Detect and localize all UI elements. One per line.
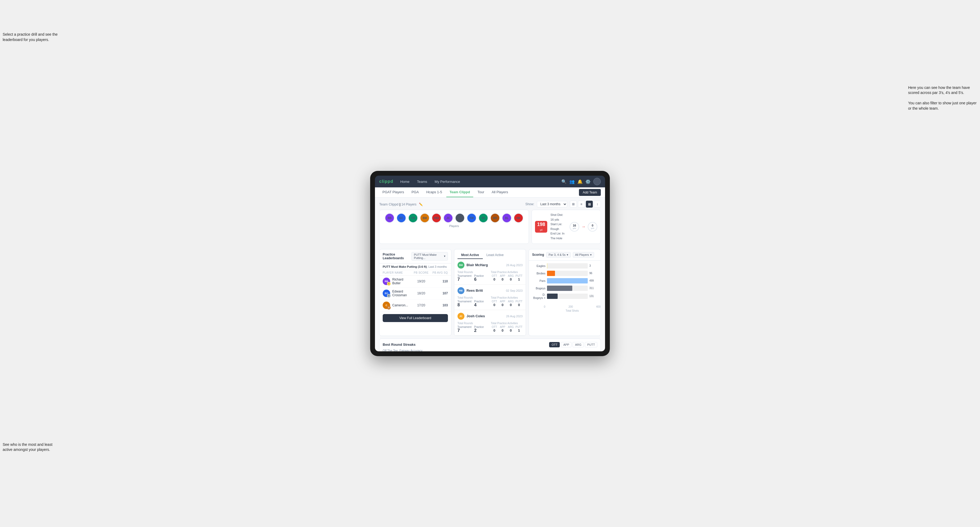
tablet-screen: clippd Home Teams My Performance 🔍 👥 🔔 ⚙…: [375, 176, 605, 351]
scoring-card: Scoring Par 3, 4 & 5s ▾ All Players ▾ Ea…: [529, 249, 601, 336]
subnav-hcaps[interactable]: Hcaps 1-5: [423, 187, 445, 197]
lb-row[interactable]: C 3 Cameron... 17/20 103: [379, 300, 451, 311]
bar-row: Eagles 3: [532, 263, 597, 268]
show-period-select[interactable]: Last 3 months Last 6 months This year: [537, 201, 567, 207]
team-controls: Show: Last 3 months Last 6 months This y…: [525, 201, 601, 208]
chevron-down-icon: ▾: [444, 254, 445, 258]
player-avatar-12[interactable]: HK: [514, 213, 523, 223]
nav-home[interactable]: Home: [399, 179, 411, 185]
add-team-button[interactable]: Add Team: [579, 189, 601, 196]
tab-least-active[interactable]: Least Active: [483, 252, 508, 259]
shot-info-card: 198 yd Shot Dist: 16 yds Start Lie: Roug…: [531, 210, 601, 244]
view-full-leaderboard-button[interactable]: View Full Leaderboard: [383, 314, 448, 322]
player-avatar-4[interactable]: BM: [420, 213, 430, 223]
shot-arrow-icon: →: [581, 224, 585, 229]
leaderboards-filter[interactable]: PUTT Must Make Putting... ▾: [412, 252, 448, 260]
main-content: Team Clippd | 14 Players ✏️ Show: Last 3…: [375, 197, 605, 351]
practice-leaderboards-card: Practice Leaderboards PUTT Must Make Put…: [379, 249, 451, 336]
chart-x-label: Total Shots: [529, 309, 600, 313]
lb-row[interactable]: EC 2 Edward Crossman 18/20 107: [379, 287, 451, 300]
subnav-team-clippd[interactable]: Team Clippd: [446, 187, 473, 197]
edit-team-icon[interactable]: ✏️: [419, 203, 423, 206]
players-label: Players: [449, 224, 459, 227]
bar-row: Birdies 96: [532, 271, 597, 276]
players-avatars: RB EC CM BM RB2 JC PK TW SK MR DL HK: [385, 213, 523, 223]
nav-my-performance[interactable]: My Performance: [433, 179, 461, 185]
tablet-frame: clippd Home Teams My Performance 🔍 👥 🔔 ⚙…: [370, 171, 610, 356]
player-avatar-11[interactable]: DL: [502, 213, 512, 223]
players-row: RB EC CM BM RB2 JC PK TW SK MR DL HK Pla…: [379, 210, 529, 244]
shot-circle-1: 16 yds: [570, 222, 579, 232]
scoring-bar-chart: Eagles 3 Birdies 96 Pars 499 Bogeys 311 …: [529, 260, 600, 304]
table-view-btn[interactable]: ↕: [594, 201, 601, 208]
view-icons: ⊞ ≡ ▦ ↕: [570, 201, 601, 208]
streak-filter-putt[interactable]: PUTT: [585, 342, 597, 347]
player-avatar-9[interactable]: SK: [479, 213, 488, 223]
bell-icon[interactable]: 🔔: [578, 179, 583, 184]
shot-details: Shot Dist: 16 yds Start Lie: Rough End L…: [550, 213, 566, 241]
scoring-par-filter[interactable]: Par 3, 4 & 5s ▾: [546, 252, 571, 258]
streak-filter-ott[interactable]: OTT: [549, 342, 560, 347]
leaderboards-subtitle: PUTT Must Make Putting (3-6 ft), Last 3 …: [379, 264, 451, 270]
navbar-icons: 🔍 👥 🔔 ⚙️: [562, 178, 601, 185]
streaks-header: Best Round Streaks OTT APP ARG PUTT: [383, 342, 597, 347]
users-icon[interactable]: 👥: [570, 179, 575, 184]
annotation-top-right: Here you can see how the team have score…: [908, 80, 977, 111]
chevron-down-icon: ▾: [567, 253, 568, 257]
streaks-filters: OTT APP ARG PUTT: [549, 342, 597, 347]
user-avatar[interactable]: [593, 178, 601, 185]
chart-axis: 0200400: [529, 304, 600, 309]
streaks-section: Best Round Streaks OTT APP ARG PUTT Off …: [379, 338, 601, 351]
player-avatar-10[interactable]: MR: [490, 213, 500, 223]
annotation-bottom-left: See who is the most and least active amo…: [3, 442, 61, 452]
annotation-top-left: Select a practice drill and see the lead…: [3, 32, 61, 42]
bar-row: Bogeys 311: [532, 286, 597, 291]
streak-filter-arg[interactable]: ARG: [573, 342, 584, 347]
active-player-item: JC Josh Coles 26 Aug 2023 Total Rounds T…: [454, 310, 526, 336]
streaks-title: Best Round Streaks: [383, 343, 416, 346]
streaks-subtitle: Off The Tee, Fairway Accuracy: [383, 349, 597, 351]
active-tabs: Most Active Least Active: [454, 249, 526, 259]
shot-circle-2: 0 yds: [588, 222, 597, 232]
player-avatar-6[interactable]: JC: [444, 213, 453, 223]
player-avatar-5[interactable]: RB2: [432, 213, 441, 223]
bar-row: D. Bogeys + 131: [532, 293, 597, 300]
subnav-pga[interactable]: PGA: [408, 187, 422, 197]
list-view-btn[interactable]: ≡: [578, 201, 585, 208]
most-active-card: Most Active Least Active BM Blair McHarg…: [454, 249, 526, 336]
subnav-pgat-players[interactable]: PGAT Players: [379, 187, 407, 197]
scoring-player-filter[interactable]: All Players ▾: [573, 252, 594, 258]
player-avatar-7[interactable]: PK: [455, 213, 465, 223]
three-col-grid: Practice Leaderboards PUTT Must Make Put…: [379, 249, 601, 336]
brand-logo: clippd: [379, 179, 393, 184]
navbar-links: Home Teams My Performance: [399, 179, 556, 185]
leaderboards-title: Practice Leaderboards: [383, 252, 412, 260]
scoring-card-header: Scoring Par 3, 4 & 5s ▾ All Players ▾: [529, 249, 600, 260]
search-icon[interactable]: 🔍: [562, 179, 567, 184]
lb-rows: RB 1 Richard Butler 19/20 110 EC 2 Edwar…: [379, 275, 451, 311]
player-avatar-8[interactable]: TW: [467, 213, 476, 223]
settings-icon[interactable]: ⚙️: [585, 179, 591, 184]
subnav-all-players[interactable]: All Players: [488, 187, 511, 197]
tab-most-active[interactable]: Most Active: [458, 252, 483, 259]
player-avatar-2[interactable]: EC: [396, 213, 406, 223]
chevron-down-icon: ▾: [590, 253, 592, 257]
active-players-list: BM Blair McHarg 26 Aug 2023 Total Rounds…: [454, 259, 526, 336]
shot-circles: 16 yds → 0 yds: [570, 222, 597, 232]
active-player-item: RB Rees Britt 02 Sep 2023 Total Rounds T…: [454, 284, 526, 310]
bar-row: Pars 499: [532, 278, 597, 284]
card-view-btn[interactable]: ▦: [586, 201, 593, 208]
player-avatar-1[interactable]: RB: [385, 213, 395, 223]
team-title: Team Clippd | 14 Players ✏️: [379, 202, 423, 206]
leaderboards-card-header: Practice Leaderboards PUTT Must Make Put…: [379, 249, 451, 264]
player-avatar-3[interactable]: CM: [408, 213, 418, 223]
navbar: clippd Home Teams My Performance 🔍 👥 🔔 ⚙…: [375, 176, 605, 187]
subnav-tour[interactable]: Tour: [474, 187, 487, 197]
lb-table-header: PLAYER NAME PB SCORE PB AVG SQ: [379, 270, 451, 275]
grid-view-btn[interactable]: ⊞: [570, 201, 577, 208]
shot-distance-badge: 198 yd: [535, 221, 547, 233]
subnav: PGAT Players PGA Hcaps 1-5 Team Clippd T…: [375, 187, 605, 197]
lb-row[interactable]: RB 1 Richard Butler 19/20 110: [379, 275, 451, 287]
nav-teams[interactable]: Teams: [415, 179, 429, 185]
streak-filter-app[interactable]: APP: [561, 342, 571, 347]
